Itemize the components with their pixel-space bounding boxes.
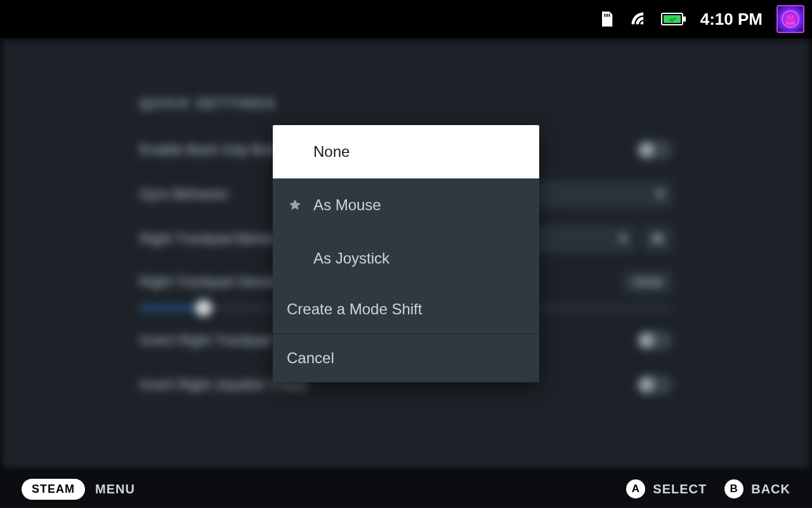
hint-select: A SELECT bbox=[626, 479, 707, 498]
option-label: Cancel bbox=[287, 349, 525, 367]
hint-label: SELECT bbox=[653, 482, 707, 497]
option-label: None bbox=[313, 143, 525, 161]
option-label: As Mouse bbox=[313, 196, 525, 214]
row-label: Right Trackpad Behavior bbox=[140, 231, 292, 247]
menu-label: MENU bbox=[95, 482, 135, 497]
svg-text:x: x bbox=[787, 14, 790, 18]
b-button-icon: B bbox=[724, 479, 743, 498]
hint-label: BACK bbox=[751, 482, 790, 497]
avatar[interactable]: x x bbox=[776, 5, 804, 33]
svg-text:x: x bbox=[792, 14, 794, 18]
option-mode-shift[interactable]: Create a Mode Shift bbox=[273, 285, 539, 333]
gear-icon[interactable] bbox=[642, 225, 672, 253]
toggle[interactable] bbox=[637, 140, 672, 159]
detail-button[interactable]: Detail bbox=[623, 271, 672, 294]
option-as-mouse[interactable]: As Mouse bbox=[273, 178, 539, 232]
footer-left: STEAM MENU bbox=[22, 479, 135, 500]
star-icon bbox=[287, 198, 303, 212]
svg-rect-1 bbox=[683, 17, 686, 22]
option-cancel[interactable]: Cancel bbox=[273, 334, 539, 382]
footer-bar: STEAM MENU A SELECT B BACK bbox=[0, 470, 812, 508]
clock: 4:10 PM bbox=[700, 10, 763, 29]
hint-back: B BACK bbox=[724, 479, 790, 498]
status-bar: 4:10 PM x x bbox=[0, 0, 812, 38]
option-label: As Joystick bbox=[313, 250, 525, 267]
steam-button[interactable]: STEAM bbox=[22, 479, 85, 500]
behavior-select-modal: None As Mouse As Joystick Create a Mode … bbox=[273, 125, 539, 382]
footer-right: A SELECT B BACK bbox=[626, 479, 790, 498]
signal-icon bbox=[629, 10, 647, 28]
toggle[interactable] bbox=[637, 331, 672, 350]
section-title: QUICK SETTINGS bbox=[140, 95, 672, 112]
sd-card-icon bbox=[598, 10, 615, 28]
row-label: Gyro Behavior bbox=[140, 186, 229, 203]
battery-icon bbox=[661, 10, 686, 28]
a-button-icon: A bbox=[626, 479, 645, 498]
option-label: Create a Mode Shift bbox=[287, 300, 525, 318]
option-as-joystick[interactable]: As Joystick bbox=[273, 232, 539, 285]
toggle[interactable] bbox=[637, 375, 672, 394]
option-none[interactable]: None bbox=[273, 125, 539, 178]
